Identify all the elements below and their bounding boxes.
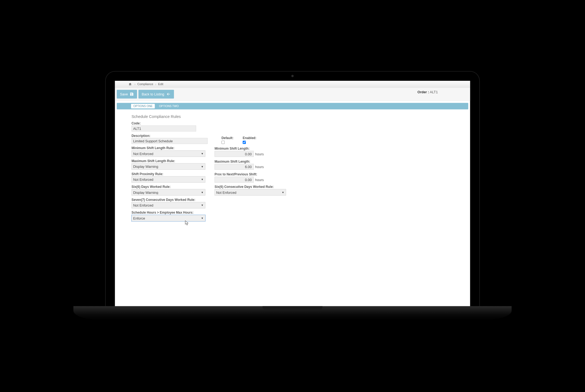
max-shift-length-input[interactable] [215, 164, 254, 170]
min-shift-rule-select[interactable]: Not Enforced [132, 150, 205, 157]
six-days-rule-label: Six(6) Days Worked Rule: [132, 185, 205, 189]
default-checkbox[interactable] [221, 141, 225, 144]
seven-consecutive-select[interactable]: Not Enforced [132, 202, 205, 208]
description-label: Description: [132, 134, 208, 138]
max-shift-length-label: Maximum Shift Length: [215, 160, 264, 163]
order-label: Order : ALT1 [418, 90, 438, 94]
tab-options-two[interactable]: OPTIONS TWO [157, 104, 181, 108]
app-screen: › Compliance › Edit Save Back to Listing… [115, 81, 470, 307]
save-icon [130, 92, 134, 96]
max-shift-rule-label: Maximum Shift Length Rule: [132, 159, 205, 163]
back-button-label: Back to Listing [142, 92, 164, 96]
six-consecutive-label: Six(6) Consecutive Days Worked Rule: [215, 185, 286, 189]
default-label: Default: [221, 136, 233, 140]
section-title: Schedule Compliance Rules [132, 114, 454, 119]
shift-proximity-rule-label: Shift Proximity Rule: [132, 172, 205, 176]
enabled-checkbox[interactable] [243, 141, 246, 144]
enabled-label: Enabled: [243, 136, 256, 140]
tab-bar: OPTIONS ONE OPTIONS TWO [117, 103, 468, 110]
min-shift-length-label: Minimum Shift Length: [215, 147, 264, 150]
breadcrumb-separator: › [155, 82, 156, 86]
seven-consecutive-label: Seven(7) Consecutive Days Worked Rule: [132, 198, 205, 202]
back-arrow-icon [166, 92, 171, 96]
laptop-notch [263, 306, 323, 310]
shift-proximity-rule-select[interactable]: Not Enforced [132, 176, 205, 183]
prox-shift-unit: hours [255, 178, 264, 181]
laptop-frame: › Compliance › Edit Save Back to Listing… [106, 72, 479, 307]
schedule-max-hours-select[interactable]: Enforce [132, 215, 205, 221]
code-label: Code: [132, 121, 196, 125]
order-value: ALT1 [430, 90, 438, 94]
breadcrumb: › Compliance › Edit [115, 81, 470, 88]
laptop-camera [291, 75, 294, 77]
form-area: Schedule Compliance Rules Code: Descript… [115, 112, 470, 233]
laptop-base [74, 306, 512, 320]
breadcrumb-separator: › [134, 82, 136, 86]
save-button[interactable]: Save [117, 90, 137, 98]
breadcrumb-compliance[interactable]: Compliance [137, 82, 153, 86]
save-button-label: Save [120, 92, 128, 96]
six-consecutive-select[interactable]: Not Enforced [215, 189, 286, 196]
tab-options-one[interactable]: OPTIONS ONE [131, 104, 155, 108]
max-shift-rule-select[interactable]: Display Warning [132, 163, 205, 170]
order-label-text: Order : [418, 90, 429, 94]
back-to-listing-button[interactable]: Back to Listing [138, 90, 174, 98]
prox-shift-input[interactable] [215, 177, 254, 183]
breadcrumb-edit[interactable]: Edit [158, 82, 163, 86]
schedule-max-hours-label: Schedule Hours > Employee Max Hours: [132, 211, 205, 214]
description-input[interactable] [132, 138, 208, 144]
toolbar: Save Back to Listing Order : ALT1 [115, 88, 470, 101]
max-shift-length-unit: hours [255, 165, 264, 169]
min-shift-rule-label: Minimum Shift Length Rule: [132, 146, 205, 150]
prox-shift-label: Prox to Next/Previous Shift: [215, 172, 264, 176]
code-input[interactable] [132, 126, 196, 131]
min-shift-length-input[interactable] [215, 151, 254, 157]
home-icon[interactable] [128, 82, 132, 86]
min-shift-length-unit: hours [255, 152, 264, 156]
six-days-rule-select[interactable]: Display Warning [132, 189, 205, 196]
